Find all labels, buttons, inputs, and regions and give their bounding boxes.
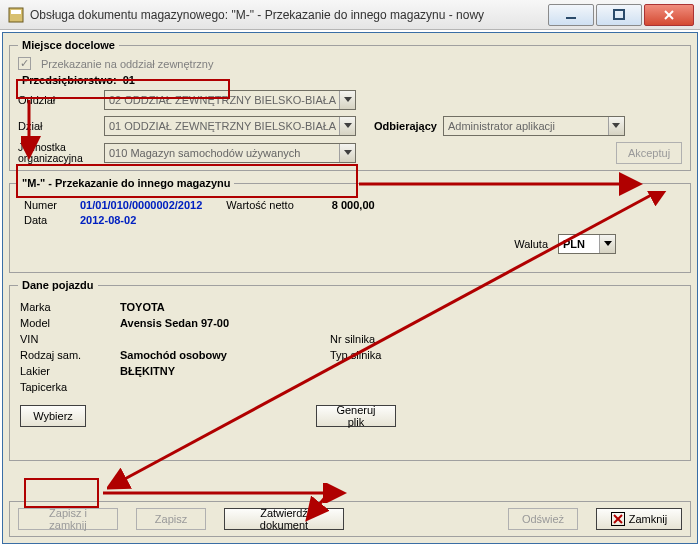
veh-paint-value: BŁĘKITNY [120, 365, 320, 377]
veh-engine-type-value [420, 349, 540, 361]
chevron-down-icon [339, 144, 355, 162]
svg-rect-2 [566, 17, 576, 19]
veh-upholstery-label: Tapicerka [20, 381, 110, 393]
chevron-down-icon [339, 117, 355, 135]
chevron-down-icon [599, 235, 615, 253]
veh-engine-no-label: Nr silnika [330, 333, 410, 345]
orgunit-row: Jednostka organizacyjna 010 Magazyn samo… [18, 142, 682, 164]
veh-type-label: Rodzaj sam. [20, 349, 110, 361]
svg-marker-8 [612, 123, 620, 128]
veh-make-label: Marka [20, 301, 110, 313]
destination-legend: Miejsce docelowe [18, 39, 119, 51]
annotation-arrow [103, 483, 353, 503]
close-button-label: Zamknij [629, 513, 668, 525]
external-branch-label: Przekazanie na oddział zewnętrzny [41, 58, 213, 70]
orgunit-label: Jednostka organizacyjna [18, 142, 98, 164]
branch-row: Oddział 02 ODDZIAŁ ZEWNĘTRZNY BIELSKO-BI… [18, 90, 682, 110]
document-legend: "M-" - Przekazanie do innego magazynu [18, 177, 234, 189]
doc-number-value: 01/01/010/0000002/2012 [80, 199, 202, 211]
window-title: Obsługa dokumentu magazynowego: "M-" - P… [30, 8, 548, 22]
svg-marker-6 [344, 97, 352, 102]
chevron-down-icon [339, 91, 355, 109]
svg-marker-9 [344, 150, 352, 155]
dept-combo[interactable]: 01 ODDZIAŁ ZEWNĘTRZNY BIELSKO-BIAŁA [104, 116, 356, 136]
branch-combo[interactable]: 02 ODDZIAŁ ZEWNĘTRZNY BIELSKO-BIAŁA [104, 90, 356, 110]
close-icon [611, 512, 625, 526]
dept-label: Dział [18, 120, 98, 132]
destination-group: Miejsce docelowe ✓ Przekazanie na oddzia… [9, 39, 691, 171]
veh-make-value: TOYOTA [120, 301, 320, 313]
accept-button[interactable]: Akceptuj [616, 142, 682, 164]
veh-type-value: Samochód osobowy [120, 349, 320, 361]
doc-date-value: 2012-08-02 [80, 214, 136, 226]
vehicle-legend: Dane pojazdu [18, 279, 98, 291]
refresh-button[interactable]: Odśwież [508, 508, 578, 530]
app-icon [8, 7, 24, 23]
document-group: "M-" - Przekazanie do innego magazynu Nu… [9, 177, 691, 273]
veh-engine-type-label: Typ silnika [330, 349, 410, 361]
save-button[interactable]: Zapisz [136, 508, 206, 530]
veh-paint-label: Lakier [20, 365, 110, 377]
orgunit-combo[interactable]: 010 Magazyn samochodów używanych [104, 143, 356, 163]
chevron-down-icon [608, 117, 624, 135]
veh-vin-label: VIN [20, 333, 110, 345]
window-minimize-button[interactable] [548, 4, 594, 26]
svg-rect-1 [11, 10, 21, 14]
external-branch-checkbox: ✓ [18, 57, 31, 70]
svg-marker-7 [344, 123, 352, 128]
window-close-button[interactable] [644, 4, 694, 26]
veh-vin-value [120, 333, 320, 345]
svg-rect-3 [614, 10, 624, 19]
save-and-close-button[interactable]: Zapisz i zamknij [18, 508, 118, 530]
window-titlebar: Obsługa dokumentu magazynowego: "M-" - P… [0, 0, 700, 30]
approve-document-button[interactable]: Zatwierdź dokument [224, 508, 344, 530]
currency-combo[interactable]: PLN [558, 234, 616, 254]
branch-label: Oddział [18, 94, 98, 106]
currency-label: Waluta [514, 238, 548, 250]
generate-file-button[interactable]: Generuj plik [316, 405, 396, 427]
window-maximize-button[interactable] [596, 4, 642, 26]
veh-engine-no-value [420, 333, 540, 345]
veh-upholstery-value [120, 381, 320, 393]
vehicle-group: Dane pojazdu Marka TOYOTA Model Avensis … [9, 279, 691, 461]
doc-date-label: Data [24, 214, 72, 226]
enterprise-label: Przedsiębiorstwo: [22, 74, 117, 86]
doc-number-label: Numer [24, 199, 72, 211]
enterprise-row: Przedsiębiorstwo: 01 [18, 74, 682, 86]
close-button[interactable]: Zamknij [596, 508, 682, 530]
recipient-label: Odbierający [374, 120, 437, 132]
veh-model-label: Model [20, 317, 110, 329]
recipient-combo[interactable]: Administrator aplikacji [443, 116, 625, 136]
dept-row: Dział 01 ODDZIAŁ ZEWNĘTRZNY BIELSKO-BIAŁ… [18, 116, 682, 136]
bottom-toolbar: Zapisz i zamknij Zapisz Zatwierdź dokume… [9, 501, 691, 537]
external-branch-row: ✓ Przekazanie na oddział zewnętrzny [18, 57, 682, 70]
doc-netvalue-value: 8 000,00 [332, 199, 375, 211]
doc-netvalue-label: Wartość netto [226, 199, 293, 211]
enterprise-value: 01 [123, 74, 135, 86]
choose-vehicle-button[interactable]: Wybierz [20, 405, 86, 427]
veh-model-value: Avensis Sedan 97-00 [120, 317, 320, 329]
svg-marker-10 [604, 241, 612, 246]
